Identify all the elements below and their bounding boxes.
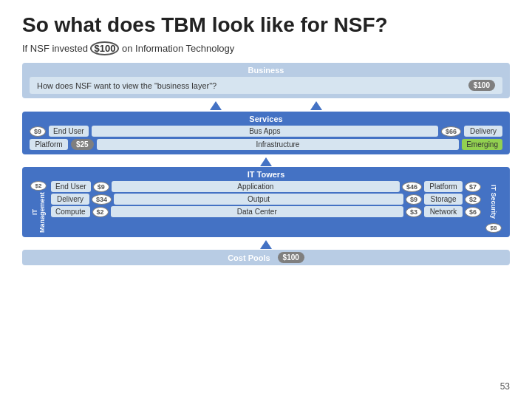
towers-label: IT Towers: [28, 170, 504, 179]
tower-row-3: Compute $2 Data Center $3 Network $6: [51, 206, 481, 217]
subtitle: If NSF invested $100 on Information Tech…: [22, 41, 510, 55]
arrow-up-center: [260, 157, 272, 166]
arrow-row-3: [22, 240, 510, 249]
tower-storage: Storage: [424, 194, 463, 205]
towers-layer: IT Towers $2 IT Management End User $9 A…: [22, 167, 510, 237]
it-sec-label: IT Security: [490, 181, 497, 222]
tower-application: Application: [112, 181, 400, 192]
tower-network: Network: [424, 206, 463, 217]
tower-platform: Platform: [424, 181, 463, 192]
page-number: 53: [500, 381, 510, 392]
tower-enduser-badge: $9: [93, 182, 109, 192]
business-inner: How does NSF want to view the "business …: [30, 77, 502, 94]
bus-apps-badge: $66: [441, 126, 461, 137]
services-label: Services: [30, 115, 502, 123]
arrow-up-right: [310, 101, 322, 110]
page-title: So what does TBM look like for NSF?: [22, 13, 510, 37]
services-row-2: Platform $25 Infrastructure Emerging: [30, 139, 502, 150]
tower-row-1: End User $9 Application $46 Platform $7: [51, 181, 481, 192]
cost-pools-layer: Cost Pools $100: [22, 250, 510, 265]
services-row-1: $9 End User Bus Apps $66 Delivery: [30, 126, 502, 137]
tower-datacenter: Data Center: [111, 206, 403, 217]
business-badge: $100: [468, 80, 495, 91]
tower-delivery-badge: $34: [92, 194, 112, 205]
it-mgmt-col: $2 IT Management: [28, 181, 49, 233]
arrow-up-left: [210, 101, 222, 110]
tower-row-2: Delivery $34 Output $9 Storage $2: [51, 194, 481, 205]
tower-compute: Compute: [51, 206, 90, 217]
business-question: How does NSF want to view the "business …: [37, 81, 216, 90]
it-sec-badge: $8: [485, 223, 502, 233]
emerging-cell: Emerging: [462, 139, 502, 150]
tower-enduser: End User: [51, 181, 91, 192]
arrow-up-bottom: [260, 240, 272, 249]
delivery-cell: Delivery: [464, 126, 502, 137]
end-user-badge: $9: [30, 126, 46, 137]
tower-compute-badge: $2: [92, 207, 109, 217]
infrastructure-cell: Infrastructure: [97, 139, 460, 150]
it-sec-col: IT Security $8: [483, 181, 504, 233]
towers-main: End User $9 Application $46 Platform $7 …: [51, 181, 481, 233]
it-mgmt-label: IT Management: [31, 192, 46, 233]
it-mgmt-badge: $2: [30, 181, 47, 191]
cost-pools-label: Cost Pools: [228, 253, 270, 262]
tower-output-badge: $9: [406, 194, 422, 205]
towers-grid: $2 IT Management End User $9 Application…: [28, 181, 504, 233]
page: So what does TBM look like for NSF? If N…: [0, 0, 532, 399]
arrow-row-1: [22, 101, 510, 110]
tower-network-badge: $6: [465, 207, 481, 217]
arrow-row-2: [22, 157, 510, 166]
cost-pools-badge: $100: [278, 252, 304, 263]
tower-datacenter-badge: $3: [406, 207, 422, 217]
end-user-cell: End User: [49, 126, 89, 137]
tower-storage-badge: $2: [465, 194, 481, 205]
tower-output: Output: [114, 194, 403, 205]
tower-delivery: Delivery: [51, 194, 89, 205]
platform-badge: $25: [71, 139, 94, 150]
tower-platform-badge: $7: [465, 182, 481, 192]
business-layer: Business How does NSF want to view the "…: [22, 63, 510, 98]
tower-application-badge: $46: [402, 182, 422, 192]
bus-apps-cell: Bus Apps: [92, 126, 438, 137]
services-layer: Services $9 End User Bus Apps $66 Delive…: [22, 112, 510, 154]
platform-cell: Platform: [30, 139, 68, 150]
business-label: Business: [30, 66, 502, 75]
